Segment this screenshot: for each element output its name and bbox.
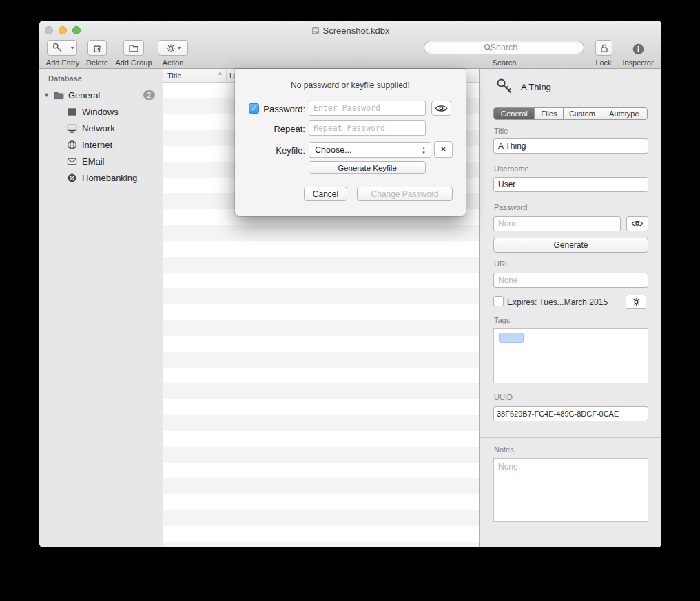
tab-custom[interactable]: Custom	[564, 108, 601, 119]
inspector-toggle-button[interactable]	[630, 41, 646, 56]
keyfile-dropdown[interactable]: Choose... ▴ ▾	[309, 142, 431, 158]
url-field[interactable]	[493, 273, 648, 288]
username-field[interactable]	[493, 177, 648, 192]
username-field-label: Username	[494, 165, 529, 173]
tag-chip[interactable]	[499, 333, 524, 343]
chevron-down-icon[interactable]: ▾	[68, 41, 76, 55]
stepper-icon: ▴ ▾	[419, 144, 429, 156]
delete-label: Delete	[83, 59, 112, 67]
stepper-down-icon: ▾	[422, 150, 425, 155]
trash-icon	[92, 43, 103, 54]
uuid-field[interactable]	[493, 406, 648, 421]
title-field-label: Title	[494, 127, 508, 135]
search-label: Search	[484, 59, 525, 67]
password-label: Password:	[260, 104, 305, 114]
sidebar-item-label: Internet	[82, 140, 112, 150]
delete-button[interactable]	[88, 40, 107, 56]
sidebar: Database ▼ General 2 Windows	[39, 69, 163, 547]
checkmark-icon: ✓	[251, 104, 257, 113]
clear-keyfile-button[interactable]: ×	[434, 141, 453, 158]
eye-icon	[435, 104, 448, 113]
sidebar-item-label: EMail	[82, 156, 105, 167]
eye-icon	[631, 220, 644, 228]
folder-icon	[128, 43, 139, 54]
lock-button[interactable]	[595, 40, 612, 56]
lock-label: Lock	[590, 59, 617, 67]
envelope-icon	[67, 156, 79, 167]
repeat-password-input[interactable]	[309, 120, 426, 136]
close-icon: ×	[440, 143, 446, 156]
change-password-sheet: No password or keyfile supplied! ✓ Passw…	[235, 69, 466, 216]
change-password-button[interactable]: Change Password	[357, 187, 453, 201]
expires-settings-button[interactable]	[626, 295, 646, 309]
entry-count-badge: 2	[143, 90, 155, 100]
password-enabled-checkbox[interactable]: ✓	[249, 103, 259, 114]
tab-files[interactable]: Files	[535, 108, 564, 119]
action-label: Action	[158, 59, 188, 67]
entry-title: A Thing	[521, 82, 551, 92]
notes-field[interactable]	[493, 458, 648, 522]
windows-icon	[67, 106, 79, 118]
tab-autotype[interactable]: Autotype	[601, 108, 647, 119]
reveal-password-button[interactable]	[626, 216, 648, 231]
sidebar-item-windows[interactable]: Windows	[39, 104, 163, 119]
column-divider[interactable]	[226, 70, 227, 81]
sidebar-item-label: Network	[82, 123, 115, 134]
password-field[interactable]	[493, 216, 621, 231]
monitor-icon	[67, 123, 79, 134]
sort-ascending-icon: ^	[218, 72, 222, 79]
reveal-password-button[interactable]	[431, 101, 451, 116]
generate-keyfile-button[interactable]: Generate Keyfile	[309, 161, 426, 174]
sidebar-item-homebanking[interactable]: Homebanking	[39, 170, 163, 185]
add-group-button[interactable]	[123, 40, 144, 56]
enter-password-input[interactable]	[309, 101, 426, 116]
sidebar-item-general[interactable]: ▼ General 2	[39, 87, 163, 103]
expires-label: Expires: Tues...March 2015	[507, 297, 608, 307]
url-field-label: URL	[494, 260, 509, 268]
chevron-down-icon: ▾	[178, 45, 181, 51]
keyfile-label: Keyfile:	[260, 145, 305, 156]
folder-icon	[53, 89, 65, 101]
sheet-message: No password or keyfile supplied!	[235, 81, 466, 90]
disclosure-triangle-icon[interactable]: ▼	[43, 92, 53, 98]
padlock-icon	[599, 43, 610, 54]
window-title-text: Screenshot.kdbx	[323, 25, 390, 36]
desktop: Screenshot.kdbx ▾ Add Entry Delete	[0, 0, 700, 601]
repeat-label: Repeat:	[260, 124, 305, 134]
stepper-up-icon: ▴	[422, 145, 425, 150]
gear-icon	[631, 297, 641, 307]
document-proxy-icon	[311, 26, 320, 35]
cancel-button[interactable]: Cancel	[304, 187, 347, 201]
percent-coin-icon	[67, 172, 79, 184]
notes-field-label: Notes	[494, 445, 514, 454]
key-icon	[495, 76, 514, 96]
search-input[interactable]	[424, 41, 584, 54]
app-window: Screenshot.kdbx ▾ Add Entry Delete	[39, 21, 661, 547]
tab-general[interactable]: General	[494, 108, 535, 119]
add-entry-button[interactable]: ▾	[47, 40, 77, 56]
key-icon	[48, 41, 68, 55]
tags-box[interactable]	[493, 328, 648, 383]
sidebar-item-label: Windows	[82, 107, 119, 117]
expires-checkbox[interactable]	[493, 296, 504, 306]
gear-icon	[165, 43, 176, 54]
inspector-label: Inspector	[618, 59, 658, 67]
add-entry-label: Add Entry	[43, 59, 82, 67]
globe-icon	[67, 139, 79, 151]
action-button[interactable]: ▾	[158, 40, 188, 56]
column-header-title[interactable]: Title	[167, 72, 181, 80]
sidebar-item-label: Homebanking	[82, 173, 137, 183]
search-field[interactable]	[424, 41, 584, 54]
sidebar-item-network[interactable]: Network	[39, 120, 163, 136]
title-field[interactable]	[493, 138, 648, 154]
info-icon	[632, 43, 645, 56]
sidebar-item-label: General	[68, 90, 100, 101]
tags-field-label: Tags	[494, 316, 510, 324]
sidebar-item-internet[interactable]: Internet	[39, 137, 163, 152]
add-group-label: Add Group	[113, 59, 154, 67]
inspector-tabs: General Files Custom Autotype	[493, 107, 648, 120]
generate-password-button[interactable]: Generate	[493, 238, 648, 253]
window-title: Screenshot.kdbx	[39, 25, 661, 36]
sidebar-item-email[interactable]: EMail	[39, 154, 163, 169]
column-header-username[interactable]: U	[229, 72, 235, 80]
